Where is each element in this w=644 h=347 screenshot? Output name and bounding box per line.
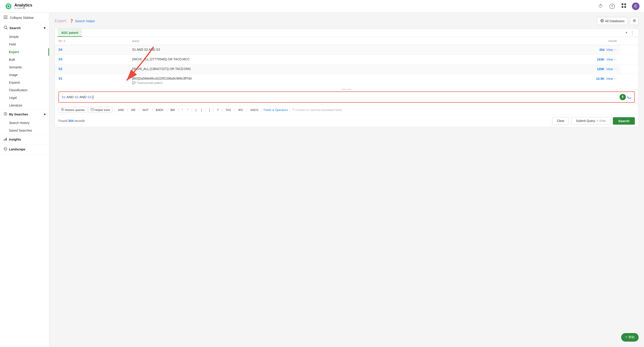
sidebar-my-searches-section: My Searches ▾ Search History Saved Searc… [0, 109, 49, 135]
sidebar-insights-section: Insights [0, 135, 49, 144]
search-btn[interactable]: Search [613, 117, 635, 125]
user-avatar[interactable]: C [632, 3, 640, 10]
more-btn-s4[interactable]: ··· [614, 48, 617, 52]
svg-point-11 [4, 26, 7, 29]
op-quote2-btn[interactable]: " [186, 107, 190, 113]
svg-rect-8 [4, 16, 8, 16]
tab-adc-patent[interactable]: ADC patent [58, 29, 82, 37]
sidebar-item-image[interactable]: Image [0, 71, 49, 79]
collapse-sidebar-btn[interactable]: Collapse Sidebar [0, 13, 49, 23]
found-label: Found [58, 119, 68, 123]
toolbar-sep-6: | [178, 108, 179, 112]
svg-point-24 [634, 20, 635, 21]
mic-btn[interactable] [620, 94, 626, 100]
sidebar-item-bulk[interactable]: Bulk [0, 56, 49, 64]
submit-query-btn[interactable]: Submit Query ↵ Enter [571, 117, 610, 125]
sidebar-landscape-btn[interactable]: Landscape [0, 144, 49, 154]
sidebar-item-literature[interactable]: Literature [0, 102, 49, 109]
op-ipc-btn[interactable]: IPC [237, 107, 245, 113]
more-btn-s2[interactable]: ··· [614, 67, 617, 71]
query-s1: S1 [62, 95, 66, 99]
view-btn-s1[interactable]: View [606, 77, 613, 81]
col-no: No ⇅ [55, 37, 128, 45]
search-helper-btn[interactable]: ❓ Search Helper [70, 19, 95, 23]
row-query-s1: [BIO]2a566e66ccb225f1336a9c989c3ff7d4 [132, 77, 192, 80]
sidebar-item-simple[interactable]: Simple [0, 33, 49, 41]
view-btn-s2[interactable]: View [606, 67, 613, 71]
helper-tools-btn[interactable]: Helper tools [88, 107, 112, 113]
expert-title: Expert [55, 19, 66, 23]
op-not-btn[interactable]: NOT [141, 107, 150, 113]
add-tab-btn[interactable]: + [624, 30, 629, 36]
svg-rect-5 [624, 3, 626, 5]
col-query: query [128, 37, 475, 45]
op-sen-btn[interactable]: $SEN [154, 107, 165, 113]
more-btn-s3[interactable]: ··· [614, 57, 617, 62]
historic-queries-btn[interactable]: Historic queries [58, 107, 88, 113]
sidebar-item-classification[interactable]: Classification [0, 86, 49, 94]
op-close-paren-btn[interactable]: ) [199, 107, 204, 113]
sidebar-item-expand[interactable]: Expand [0, 79, 49, 86]
sidebar-item-expert[interactable]: Expert [0, 48, 49, 56]
convert-btn[interactable]: Convert to machine translated fields [292, 108, 342, 112]
fields-operators-btn[interactable]: Fields & Operators [264, 108, 288, 112]
op-question-btn[interactable]: ? [215, 107, 220, 113]
clear-btn[interactable]: Clear [552, 117, 569, 125]
all-databases-btn[interactable]: All Databases [597, 17, 628, 25]
op-tac-btn[interactable]: TAC [224, 107, 233, 113]
search-helper-icon: ❓ [70, 19, 74, 23]
query-input-area[interactable]: S1 AND S2 AND S3 [58, 92, 635, 103]
timer-icon-btn[interactable]: ⏱ [597, 3, 604, 10]
divider-handle[interactable] [55, 87, 638, 92]
divider-dot [342, 89, 346, 90]
op-or-btn[interactable]: OR [129, 107, 137, 113]
row-results-s3: 183K [597, 58, 604, 61]
table-row: S3 (INCHI_ALL:(27775546)) OR TACD:MCC 18… [55, 55, 638, 64]
mic-icon [621, 95, 624, 99]
more-btn-s1[interactable]: ··· [614, 77, 617, 81]
op-pipe-btn[interactable]: | [207, 107, 212, 113]
svg-point-2 [8, 6, 10, 7]
view-btn-s4[interactable]: View [606, 48, 613, 52]
sidebar-item-field[interactable]: Field [0, 41, 49, 48]
op-and-btn[interactable]: AND [116, 107, 126, 113]
view-btn-s3[interactable]: View [606, 58, 613, 61]
toolbar-sep-3: | [138, 108, 140, 112]
sidebar-item-search-history[interactable]: Search History [0, 119, 49, 127]
sidebar-item-saved-searches[interactable]: Saved Searches [0, 127, 49, 134]
submit-label: Submit Query [576, 119, 595, 123]
content-area: Expert ❓ Search Helper All Databases [49, 13, 644, 347]
loader-icon [627, 94, 632, 100]
chevron-up-icon: ▾ [44, 26, 46, 30]
help-fab[interactable]: ? 帮助 [621, 333, 638, 341]
op-w-btn[interactable]: $W [169, 107, 177, 113]
enter-key-label: ↵ Enter [596, 119, 606, 122]
sidebar-search-header[interactable]: Search ▾ [0, 23, 49, 33]
plus-icon: + [625, 31, 628, 35]
row-id-s2: S2 [58, 67, 62, 71]
svg-rect-26 [622, 96, 623, 97]
search-section-icon [4, 26, 8, 30]
loader-btn[interactable] [627, 94, 632, 100]
app-subtitle: by patsnap [14, 7, 32, 10]
sidebar-my-searches-header[interactable]: My Searches ▾ [0, 109, 49, 119]
op-quote1-btn[interactable]: " [180, 107, 185, 113]
chevron-up-icon-2: ▾ [44, 113, 46, 116]
sidebar-insights-btn[interactable]: Insights [0, 135, 49, 144]
sidebar-item-legal[interactable]: Legal [0, 94, 49, 102]
query-s3: S3 [88, 95, 92, 99]
grid-icon-btn[interactable] [620, 3, 628, 10]
row-query-s4: S1 AND S2 AND S3 [132, 48, 160, 51]
row-results-s4: 354 [599, 48, 604, 52]
op-ancs-btn[interactable]: ANCS [248, 107, 260, 113]
gear-icon [632, 19, 636, 23]
my-searches-label: My Searches [9, 113, 28, 116]
sidebar-item-semantic[interactable]: Semantic [0, 64, 49, 71]
main-layout: Collapse Sidebar Search ▾ Simple Field E [0, 13, 644, 347]
more-tabs-btn[interactable]: ⋮ [629, 29, 636, 36]
help-icon-btn[interactable]: ? [608, 3, 616, 10]
toolbar-sep-1: | [114, 108, 115, 112]
svg-rect-32 [91, 108, 94, 111]
op-open-paren-btn[interactable]: ( [194, 107, 198, 113]
gear-btn[interactable] [630, 17, 638, 25]
